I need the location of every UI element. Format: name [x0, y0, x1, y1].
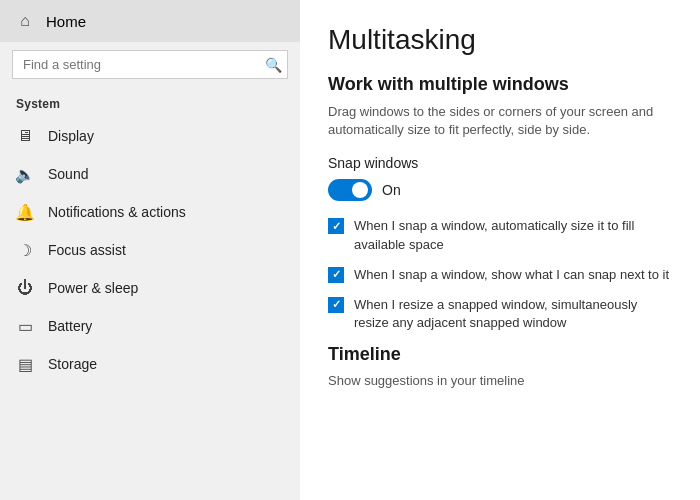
checkbox-1-text: When I snap a window, automatically size…: [354, 217, 672, 253]
sidebar-item-storage[interactable]: ▤ Storage: [0, 345, 300, 383]
search-container: 🔍: [0, 42, 300, 87]
sidebar-item-label: Power & sleep: [48, 280, 138, 296]
checkbox-item-2: When I snap a window, show what I can sn…: [328, 266, 672, 284]
checkbox-3[interactable]: [328, 297, 344, 313]
sidebar-item-label: Focus assist: [48, 242, 126, 258]
main-content: Multitasking Work with multiple windows …: [300, 0, 700, 500]
sidebar-item-label: Notifications & actions: [48, 204, 186, 220]
toggle-row: On: [328, 179, 672, 201]
section1-title: Work with multiple windows: [328, 74, 672, 95]
notifications-icon: 🔔: [16, 203, 34, 221]
sidebar-item-label: Display: [48, 128, 94, 144]
sidebar-item-label: Sound: [48, 166, 88, 182]
system-section-label: System: [0, 87, 300, 117]
snap-windows-label: Snap windows: [328, 155, 672, 171]
sidebar: ⌂ Home 🔍 System 🖥 Display 🔈 Sound 🔔 Noti…: [0, 0, 300, 500]
search-input[interactable]: [12, 50, 288, 79]
checkbox-3-text: When I resize a snapped window, simultan…: [354, 296, 672, 332]
toggle-state-label: On: [382, 182, 401, 198]
checkbox-2[interactable]: [328, 267, 344, 283]
section2-title: Timeline: [328, 344, 672, 365]
checkbox-2-text: When I snap a window, show what I can sn…: [354, 266, 669, 284]
sidebar-item-display[interactable]: 🖥 Display: [0, 117, 300, 155]
power-icon: ⏻: [16, 279, 34, 297]
timeline-section: Timeline Show suggestions in your timeli…: [328, 344, 672, 388]
sound-icon: 🔈: [16, 165, 34, 183]
search-icon: 🔍: [265, 57, 282, 73]
sidebar-item-notifications[interactable]: 🔔 Notifications & actions: [0, 193, 300, 231]
home-label: Home: [46, 13, 86, 30]
sidebar-item-label: Storage: [48, 356, 97, 372]
snap-windows-toggle[interactable]: [328, 179, 372, 201]
page-title: Multitasking: [328, 24, 672, 56]
battery-icon: ▭: [16, 317, 34, 335]
sidebar-item-label: Battery: [48, 318, 92, 334]
sidebar-item-power-sleep[interactable]: ⏻ Power & sleep: [0, 269, 300, 307]
sidebar-item-sound[interactable]: 🔈 Sound: [0, 155, 300, 193]
section2-description: Show suggestions in your timeline: [328, 373, 672, 388]
home-icon: ⌂: [16, 12, 34, 30]
checkbox-item-3: When I resize a snapped window, simultan…: [328, 296, 672, 332]
sidebar-item-battery[interactable]: ▭ Battery: [0, 307, 300, 345]
sidebar-home[interactable]: ⌂ Home: [0, 0, 300, 42]
checkbox-item-1: When I snap a window, automatically size…: [328, 217, 672, 253]
sidebar-item-focus-assist[interactable]: ☽ Focus assist: [0, 231, 300, 269]
focus-assist-icon: ☽: [16, 241, 34, 259]
storage-icon: ▤: [16, 355, 34, 373]
search-button[interactable]: 🔍: [265, 57, 282, 73]
section1-description: Drag windows to the sides or corners of …: [328, 103, 672, 139]
checkbox-1[interactable]: [328, 218, 344, 234]
display-icon: 🖥: [16, 127, 34, 145]
